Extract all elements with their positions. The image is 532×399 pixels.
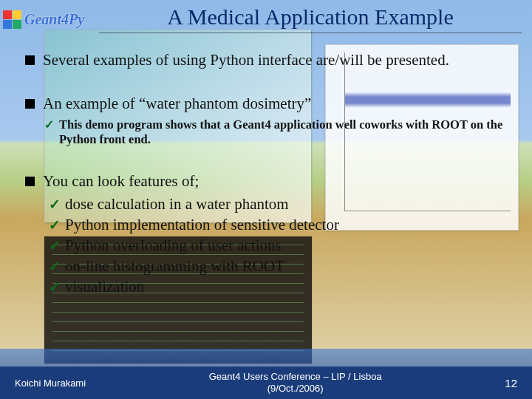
footer-author: Koichi Murakami [15, 378, 86, 389]
bg-taskbar [0, 349, 532, 366]
footer-page-number: 12 [505, 377, 517, 389]
bullet-2: An example of “water phantom dosimetry” [25, 95, 507, 113]
logo-text: Geant4Py [24, 11, 84, 28]
features-list: dose calculation in a water phantom Pyth… [49, 195, 507, 296]
feature-item: dose calculation in a water phantom [49, 195, 507, 214]
feature-item: on-line histogramming with ROOT [49, 257, 507, 276]
title-bar: Geant4Py A Medical Application Example [0, 0, 532, 33]
feature-item: Python overloading of user actions [49, 236, 507, 255]
footer-center: Geant4 Users Conference – LIP / Lisboa (… [209, 371, 382, 395]
bullet-3: You can look features of; [25, 172, 507, 191]
logo-squares-icon [3, 10, 21, 29]
slide-title: A Medical Application Example [99, 4, 522, 33]
feature-item: Python implementation of sensitive detec… [49, 216, 507, 234]
footer: Koichi Murakami Geant4 Users Conference … [0, 366, 532, 399]
logo: Geant4Py [3, 4, 84, 29]
footer-date: (9/Oct./2006) [209, 383, 382, 395]
footer-conference: Geant4 Users Conference – LIP / Lisboa [209, 371, 382, 383]
feature-item: visualization [49, 278, 507, 296]
slide-content: Several examples of using Python interfa… [0, 33, 532, 296]
bullet-2-sub: This demo program shows that a Geant4 ap… [25, 117, 507, 147]
bullet-1: Several examples of using Python interfa… [25, 51, 507, 69]
